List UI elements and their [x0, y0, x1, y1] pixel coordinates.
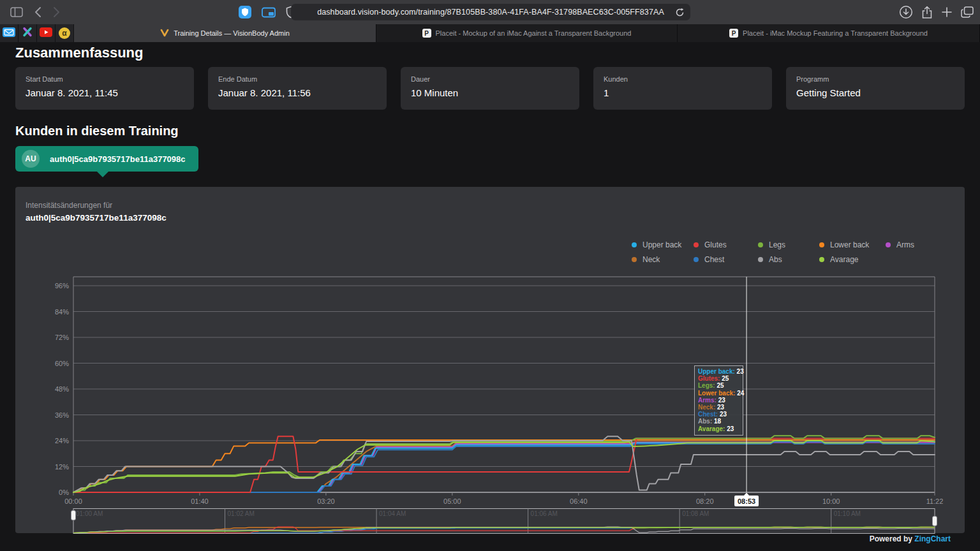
picture-in-picture-icon[interactable] — [262, 7, 276, 18]
legend-item-upper-back[interactable]: Upper back — [632, 240, 694, 249]
alpha-logo-icon: α — [59, 27, 70, 39]
reload-icon[interactable] — [675, 8, 685, 17]
tab-title: Placeit - iMac Mockup Featuring a Transp… — [743, 29, 928, 37]
preview-scrubber-chart[interactable]: 01:00 AM01:02 AM01:04 AM01:06 AM01:08 AM… — [15, 508, 965, 534]
svg-text:01:06 AM: 01:06 AM — [531, 510, 558, 517]
card-program: Programm Getting Started — [786, 67, 965, 110]
legend-dot — [819, 242, 824, 247]
intensity-chart-panel: Intensitätsänderungen für auth0|5ca9b793… — [15, 187, 965, 533]
card-start-date: Start Datum Januar 8. 2021, 11:45 — [15, 67, 194, 110]
pinned-tab-x[interactable] — [19, 24, 37, 42]
svg-text:48%: 48% — [55, 385, 69, 393]
scrubber-handle-left[interactable] — [71, 510, 76, 520]
svg-text:01:04 AM: 01:04 AM — [379, 510, 406, 517]
pinned-tab-youtube[interactable] — [37, 24, 56, 42]
svg-text:01:00 AM: 01:00 AM — [76, 510, 103, 517]
svg-text:06:40: 06:40 — [570, 497, 588, 505]
legend-item-glutes[interactable]: Glutes — [694, 240, 758, 249]
forward-button[interactable] — [53, 6, 60, 18]
address-bar[interactable]: dashboard.vision-body.com/training/87B10… — [291, 4, 690, 20]
downloads-icon[interactable] — [899, 5, 913, 19]
svg-text:72%: 72% — [55, 334, 69, 341]
chart-subtitle: Intensitätsänderungen für — [26, 201, 112, 210]
legend-label: Upper back — [642, 240, 681, 249]
card-end-date: Ende Datum Januar 8. 2021, 11:56 — [208, 67, 387, 110]
youtube-icon — [40, 27, 52, 40]
summary-cards: Start Datum Januar 8. 2021, 11:45 Ende D… — [15, 67, 965, 110]
svg-text:60%: 60% — [55, 360, 69, 367]
legend-item-neck[interactable]: Neck — [632, 255, 694, 264]
privacy-badge-icon[interactable] — [239, 6, 251, 18]
visionbody-favicon — [160, 29, 169, 38]
legend-item-legs[interactable]: Legs — [758, 240, 819, 249]
chart-user-id: auth0|5ca9b7935717be11a377098c — [26, 213, 167, 223]
svg-text:03:20: 03:20 — [317, 497, 335, 505]
legend-item-avarage[interactable]: Avarage — [819, 255, 886, 264]
tooltip-row: Abs: 18 — [698, 418, 740, 425]
placeit-favicon: P — [729, 29, 738, 38]
tab-training-details[interactable]: Training Details — VisionBody Admin — [74, 24, 376, 42]
legend-label: Lower back — [830, 240, 869, 249]
svg-text:84%: 84% — [55, 308, 69, 316]
pinned-tab-mail[interactable] — [0, 24, 19, 42]
zingchart-link[interactable]: ZingChart — [914, 534, 951, 543]
mail-icon — [3, 27, 15, 40]
legend-dot — [819, 257, 824, 262]
new-tab-icon[interactable] — [941, 6, 953, 18]
legend-label: Abs — [769, 255, 782, 264]
card-label: Ende Datum — [218, 75, 376, 83]
chart-tooltip: Upper back: 23Glutes: 25Legs: 25Lower ba… — [694, 365, 743, 436]
tab-placeit-2[interactable]: P Placeit - iMac Mockup Featuring a Tran… — [678, 24, 980, 42]
card-value: 1 — [604, 87, 762, 98]
share-icon[interactable] — [921, 5, 933, 19]
url-text: dashboard.vision-body.com/training/87B10… — [317, 8, 664, 17]
tooltip-row: Legs: 25 — [698, 382, 740, 389]
card-label: Start Datum — [26, 75, 184, 83]
legend-dot — [632, 257, 637, 262]
svg-text:01:02 AM: 01:02 AM — [228, 510, 255, 517]
tab-strip: α Training Details — VisionBody Admin P … — [0, 24, 980, 42]
svg-text:01:40: 01:40 — [191, 497, 209, 505]
intensity-chart-canvas[interactable]: 0%12%24%36%48%60%72%84%96%00:0001:4003:2… — [15, 268, 965, 510]
customers-heading: Kunden in diesem Training — [15, 124, 179, 138]
legend-item-chest[interactable]: Chest — [694, 255, 758, 264]
tooltip-row: Arms: 23 — [698, 397, 740, 404]
legend-label: Legs — [769, 240, 785, 249]
avatar: AU — [22, 150, 40, 168]
card-value: Januar 8. 2021, 11:45 — [26, 87, 184, 98]
tooltip-row: Lower back: 24 — [698, 390, 740, 397]
legend-item-lower-back[interactable]: Lower back — [819, 240, 886, 249]
legend-label: Arms — [896, 240, 914, 249]
legend-label: Glutes — [704, 240, 727, 249]
scrubber-handle-right[interactable] — [932, 516, 937, 526]
summary-heading: Zusammenfassung — [15, 45, 144, 61]
legend-item-abs[interactable]: Abs — [758, 255, 819, 264]
customer-chip[interactable]: AU auth0|5ca9b7935717be11a377098c — [15, 146, 198, 172]
browser-toolbar: dashboard.vision-body.com/training/87B10… — [0, 0, 980, 24]
x-logo-icon — [22, 26, 33, 40]
legend-dot — [886, 242, 891, 247]
card-duration: Dauer 10 Minuten — [401, 67, 579, 110]
card-label: Dauer — [411, 75, 569, 83]
tab-overview-icon[interactable] — [961, 6, 974, 18]
card-label: Programm — [796, 75, 954, 83]
tooltip-row: Avarage: 23 — [698, 425, 740, 432]
svg-text:08:20: 08:20 — [696, 497, 714, 505]
sidebar-toggle-icon[interactable] — [10, 7, 23, 17]
legend-dot — [632, 242, 637, 247]
tab-placeit-1[interactable]: P Placeit - Mockup of an iMac Against a … — [376, 24, 678, 42]
pinned-tab-alpha[interactable]: α — [56, 24, 74, 42]
page-content: Zusammenfassung Start Datum Januar 8. 20… — [0, 42, 980, 551]
card-value: 10 Minuten — [411, 87, 569, 98]
powered-prefix: Powered by — [870, 534, 915, 543]
legend-label: Neck — [642, 255, 660, 264]
legend-item-arms[interactable]: Arms — [886, 240, 925, 249]
tooltip-row: Neck: 23 — [698, 404, 740, 411]
svg-text:12%: 12% — [55, 463, 69, 471]
svg-text:00:00: 00:00 — [64, 497, 82, 505]
tooltip-row: Chest: 23 — [698, 411, 740, 418]
back-button[interactable] — [34, 6, 41, 18]
legend-dot — [758, 242, 763, 247]
card-label: Kunden — [604, 75, 762, 83]
chip-pointer — [97, 172, 108, 177]
